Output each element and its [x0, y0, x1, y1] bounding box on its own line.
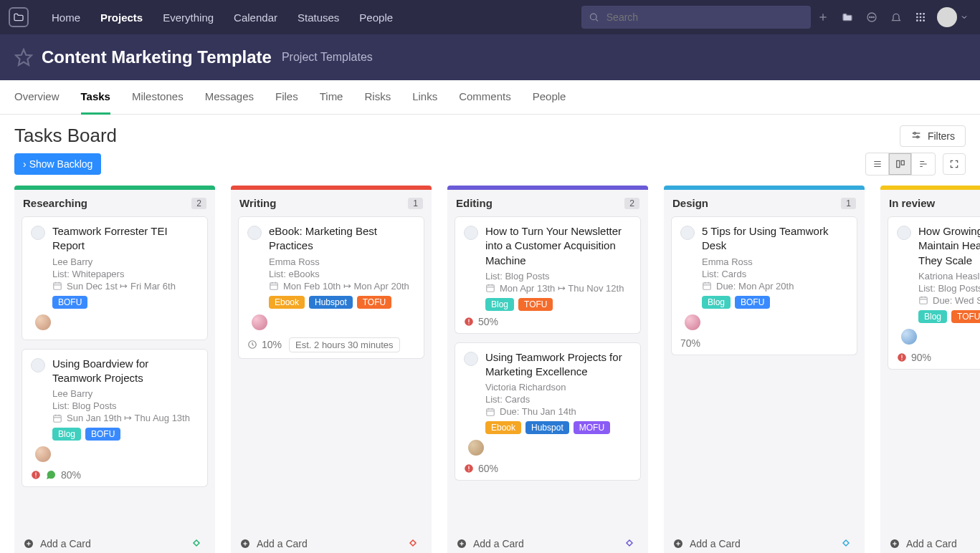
- add-button[interactable]: [811, 0, 835, 34]
- tab-people[interactable]: People: [533, 80, 566, 114]
- tag-bofu[interactable]: BOFU: [52, 296, 87, 309]
- nav-home[interactable]: Home: [42, 0, 90, 34]
- tag-ebook[interactable]: Ebook: [485, 421, 521, 434]
- task-card[interactable]: 5 Tips for Using Teamwork DeskEmma RossL…: [671, 216, 857, 340]
- chat-button[interactable]: [860, 0, 884, 34]
- svg-rect-86: [901, 359, 902, 360]
- task-card[interactable]: How to Turn Your Newsletter into a Custo…: [455, 216, 641, 319]
- column-title: Editing: [456, 197, 493, 209]
- tag-ebook[interactable]: Ebook: [269, 296, 305, 309]
- view-gantt-button[interactable]: [912, 153, 935, 175]
- add-card-button[interactable]: Add a Card: [231, 531, 432, 553]
- add-card-button[interactable]: Add a Card: [664, 531, 865, 553]
- card-title: Teamwork Forrester TEI Report: [52, 224, 199, 254]
- tag-blog[interactable]: Blog: [702, 296, 731, 309]
- tab-time[interactable]: Time: [320, 80, 343, 114]
- tag-bofu[interactable]: BOFU: [85, 428, 120, 441]
- tab-messages[interactable]: Messages: [205, 80, 254, 114]
- card-owner: Lee Barry: [52, 388, 199, 399]
- tab-risks[interactable]: Risks: [364, 80, 391, 114]
- sliders-icon: [910, 130, 922, 142]
- fullscreen-button[interactable]: [943, 153, 966, 175]
- complete-checkbox[interactable]: [31, 226, 45, 240]
- nav-people[interactable]: People: [349, 0, 403, 34]
- tab-milestones[interactable]: Milestones: [132, 80, 184, 114]
- tab-overview[interactable]: Overview: [14, 80, 60, 114]
- complete-checkbox[interactable]: [247, 226, 262, 240]
- page-title: Tasks Board: [14, 125, 117, 147]
- complete-checkbox[interactable]: [464, 352, 478, 366]
- assignee-avatar[interactable]: [468, 440, 484, 456]
- tag-hubspot[interactable]: Hubspot: [309, 296, 353, 309]
- tag-bofu[interactable]: BOFU: [735, 296, 770, 309]
- progress-label: 50%: [478, 316, 498, 327]
- column-count: 2: [191, 198, 206, 209]
- assignee-avatar[interactable]: [685, 314, 700, 330]
- task-card[interactable]: Using Boardview for Teamwork ProjectsLee…: [22, 349, 208, 473]
- complete-checkbox[interactable]: [31, 358, 45, 372]
- task-card[interactable]: Teamwork Forrester TEI ReportLee BarryLi…: [22, 216, 208, 340]
- nav-projects[interactable]: Projects: [90, 0, 153, 34]
- svg-point-9: [920, 13, 922, 15]
- folder-button[interactable]: [835, 0, 860, 34]
- apps-button[interactable]: [908, 0, 933, 34]
- svg-marker-79: [843, 540, 849, 546]
- tab-links[interactable]: Links: [412, 80, 437, 114]
- complete-checkbox[interactable]: [897, 226, 911, 240]
- task-card[interactable]: How Growing Agencies Maintain Healthy Ma…: [888, 216, 980, 355]
- view-board-button[interactable]: [889, 153, 912, 175]
- add-card-button[interactable]: Add a Card: [447, 531, 648, 553]
- card-title: Using Boardview for Teamwork Projects: [52, 357, 199, 386]
- search-box[interactable]: [581, 6, 811, 29]
- nav-calendar[interactable]: Calendar: [224, 0, 287, 34]
- tab-comments[interactable]: Comments: [459, 80, 511, 114]
- show-backlog-button[interactable]: › Show Backlog: [14, 153, 101, 175]
- svg-rect-39: [35, 473, 36, 476]
- assignee-avatar[interactable]: [252, 314, 267, 330]
- svg-point-5: [870, 16, 870, 17]
- svg-point-19: [914, 132, 916, 134]
- svg-marker-53: [410, 540, 416, 546]
- task-card[interactable]: Using Teamwork Projects for Marketing Ex…: [455, 342, 641, 466]
- complete-checkbox[interactable]: [680, 226, 695, 240]
- card-date: Due: Wed Sep 30th: [918, 295, 980, 306]
- tab-files[interactable]: Files: [275, 80, 298, 114]
- search-input[interactable]: [605, 11, 804, 24]
- comment-icon[interactable]: [45, 469, 57, 481]
- assignee-avatar[interactable]: [35, 314, 51, 330]
- column-menu-icon[interactable]: [625, 538, 639, 549]
- nav-everything[interactable]: Everything: [153, 0, 224, 34]
- column-editing: Editing2How to Turn Your Newsletter into…: [447, 186, 648, 553]
- tag-tofu[interactable]: TOFU: [518, 298, 553, 311]
- filters-button[interactable]: Filters: [900, 125, 966, 147]
- column-researching: Researching2Teamwork Forrester TEI Repor…: [14, 186, 215, 553]
- tag-blog[interactable]: Blog: [52, 428, 81, 441]
- user-avatar[interactable]: [937, 7, 957, 27]
- add-card-button[interactable]: Add a Card: [14, 531, 215, 553]
- tag-mofu[interactable]: MOFU: [574, 421, 610, 434]
- tag-blog[interactable]: Blog: [918, 310, 947, 323]
- card-owner: Lee Barry: [52, 256, 199, 267]
- nav-links: HomeProjectsEverythingCalendarStatusesPe…: [42, 0, 403, 34]
- column-menu-icon[interactable]: [192, 538, 206, 549]
- app-logo[interactable]: [9, 7, 29, 27]
- tag-tofu[interactable]: TOFU: [951, 310, 980, 323]
- add-card-button[interactable]: Add a Card: [880, 531, 980, 553]
- assignee-avatar[interactable]: [901, 329, 917, 345]
- view-list-button[interactable]: [866, 153, 889, 175]
- column-menu-icon[interactable]: [842, 538, 856, 549]
- tab-tasks[interactable]: Tasks: [81, 80, 110, 115]
- task-card[interactable]: eBook: Marketing Best PracticesEmma Ross…: [238, 216, 424, 340]
- tag-hubspot[interactable]: Hubspot: [525, 421, 569, 434]
- assignee-avatar[interactable]: [35, 446, 51, 462]
- notifications-button[interactable]: [884, 0, 908, 34]
- nav-statuses[interactable]: Statuses: [287, 0, 349, 34]
- card-footer: 90%: [888, 346, 980, 370]
- chevron-down-icon[interactable]: [960, 13, 969, 21]
- column-menu-icon[interactable]: [409, 538, 423, 549]
- complete-checkbox[interactable]: [464, 226, 478, 240]
- tag-blog[interactable]: Blog: [485, 298, 514, 311]
- star-icon[interactable]: [14, 48, 33, 67]
- column-title: Design: [672, 197, 708, 209]
- tag-tofu[interactable]: TOFU: [357, 296, 391, 309]
